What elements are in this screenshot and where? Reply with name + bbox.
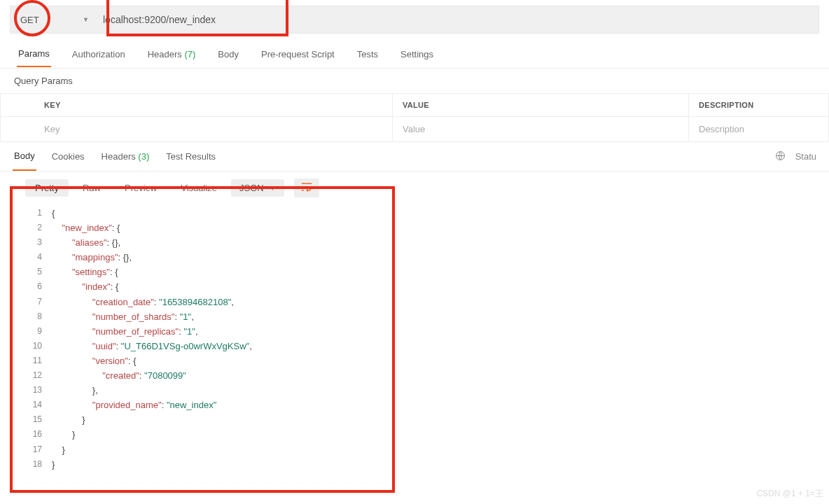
table-row[interactable]: Key Value Description <box>1 117 829 142</box>
code-line: 2 "new_index": { <box>25 220 829 235</box>
param-value-input[interactable]: Value <box>393 117 689 142</box>
code-content: "version": { <box>52 354 137 368</box>
code-line: 18} <box>25 457 829 472</box>
code-line: 6 "index": { <box>25 279 829 294</box>
response-body-code[interactable]: 1{2 "new_index": {3 "aliases": {},4 "map… <box>0 203 829 479</box>
response-tab-headers[interactable]: Headers (3) <box>100 143 151 170</box>
line-number: 4 <box>25 250 52 265</box>
col-header-key: KEY <box>1 94 393 117</box>
body-format-label: JSON <box>239 183 264 193</box>
code-content: } <box>52 442 65 457</box>
code-content: { <box>52 206 55 220</box>
code-line: 12 "created": "7080099" <box>25 368 829 383</box>
line-number: 10 <box>25 339 52 354</box>
line-number: 15 <box>25 412 52 427</box>
line-number: 14 <box>25 398 52 412</box>
http-method-select[interactable]: GET ▼ <box>11 6 99 33</box>
response-tab-test-results[interactable]: Test Results <box>165 143 217 170</box>
code-content: "uuid": "U_T66D1VSg-o0wrWxVgKSw", <box>52 339 252 354</box>
response-tab-body[interactable]: Body <box>13 142 36 171</box>
code-content: "mappings": {}, <box>52 250 132 265</box>
http-method-label: GET <box>20 15 39 25</box>
col-header-desc: DESCRIPTION <box>689 94 829 117</box>
code-line: 14 "provided_name": "new_index" <box>25 398 829 412</box>
code-content: "creation_date": "1653894682108", <box>52 295 234 309</box>
code-content: "provided_name": "new_index" <box>52 398 216 412</box>
body-toolbar: PrettyRawPreviewVisualize JSON ▼ <box>0 172 829 203</box>
param-key-input[interactable]: Key <box>1 117 393 142</box>
code-line: 5 "settings": { <box>25 265 829 279</box>
status-label: Statu <box>795 151 816 162</box>
line-number: 12 <box>25 368 52 383</box>
code-line: 9 "number_of_replicas": "1", <box>25 324 829 339</box>
body-view-preview[interactable]: Preview <box>115 179 167 197</box>
line-number: 7 <box>25 295 52 309</box>
code-content: "settings": { <box>52 265 118 279</box>
response-bar: BodyCookiesHeaders (3)Test Results Statu <box>0 142 829 172</box>
code-line: 11 "version": { <box>25 354 829 368</box>
code-line: 8 "number_of_shards": "1", <box>25 309 829 324</box>
watermark: CSDN @1 + 1=王 <box>756 488 823 500</box>
code-line: 4 "mappings": {}, <box>25 250 829 265</box>
query-params-title: Query Params <box>0 69 829 93</box>
line-number: 6 <box>25 279 52 294</box>
chevron-down-icon: ▼ <box>83 16 89 23</box>
code-content: "created": "7080099" <box>52 368 186 383</box>
line-number: 8 <box>25 309 52 324</box>
count-badge: (3) <box>136 151 150 162</box>
count-badge: (7) <box>182 49 196 59</box>
code-line: 13 }, <box>25 383 829 398</box>
tab-tests[interactable]: Tests <box>356 42 379 66</box>
code-content: "index": { <box>52 279 118 294</box>
request-url-input[interactable] <box>99 6 818 33</box>
code-content: "number_of_replicas": "1", <box>52 324 198 339</box>
line-number: 9 <box>25 324 52 339</box>
line-number: 1 <box>25 206 52 220</box>
tab-pre-request-script[interactable]: Pre-request Script <box>260 42 336 66</box>
param-desc-input[interactable]: Description <box>689 117 829 142</box>
code-content: "aliases": {}, <box>52 235 120 250</box>
line-number: 2 <box>25 220 52 235</box>
body-view-pretty[interactable]: Pretty <box>25 179 69 197</box>
body-view-visualize[interactable]: Visualize <box>171 179 227 197</box>
tab-authorization[interactable]: Authorization <box>71 42 127 66</box>
tab-params[interactable]: Params <box>17 41 51 67</box>
code-line: 1{ <box>25 206 829 220</box>
code-line: 3 "aliases": {}, <box>25 235 829 250</box>
response-tabs: BodyCookiesHeaders (3)Test Results <box>13 142 217 171</box>
line-number: 3 <box>25 235 52 250</box>
line-number: 17 <box>25 442 52 457</box>
code-line: 7 "creation_date": "1653894682108", <box>25 295 829 309</box>
line-number: 16 <box>25 427 52 442</box>
tab-settings[interactable]: Settings <box>399 42 435 66</box>
line-number: 5 <box>25 265 52 279</box>
tab-body[interactable]: Body <box>216 42 240 66</box>
code-line: 17 } <box>25 442 829 457</box>
response-meta: Statu <box>775 150 816 163</box>
chevron-down-icon: ▼ <box>270 185 276 192</box>
code-content: } <box>52 427 75 442</box>
code-content: "new_index": { <box>52 220 120 235</box>
code-content: "number_of_shards": "1", <box>52 309 194 324</box>
code-line: 15 } <box>25 412 829 427</box>
code-line: 16 } <box>25 427 829 442</box>
code-content: } <box>52 412 85 427</box>
tab-headers[interactable]: Headers (7) <box>146 42 197 66</box>
wrap-lines-button[interactable] <box>294 178 319 197</box>
line-number: 13 <box>25 383 52 398</box>
body-view-raw[interactable]: Raw <box>73 179 111 197</box>
request-bar: GET ▼ <box>10 6 819 34</box>
line-number: 11 <box>25 354 52 368</box>
code-content: }, <box>52 383 98 398</box>
globe-icon[interactable] <box>775 150 786 163</box>
line-number: 18 <box>25 457 52 472</box>
code-line: 10 "uuid": "U_T66D1VSg-o0wrWxVgKSw", <box>25 339 829 354</box>
request-tabs: ParamsAuthorizationHeaders (7)BodyPre-re… <box>0 41 829 69</box>
code-content: } <box>52 457 55 472</box>
query-params-table: KEY VALUE DESCRIPTION Key Value Descript… <box>0 93 829 142</box>
col-header-value: VALUE <box>393 94 689 117</box>
response-tab-cookies[interactable]: Cookies <box>50 143 86 170</box>
body-format-select[interactable]: JSON ▼ <box>231 179 284 197</box>
